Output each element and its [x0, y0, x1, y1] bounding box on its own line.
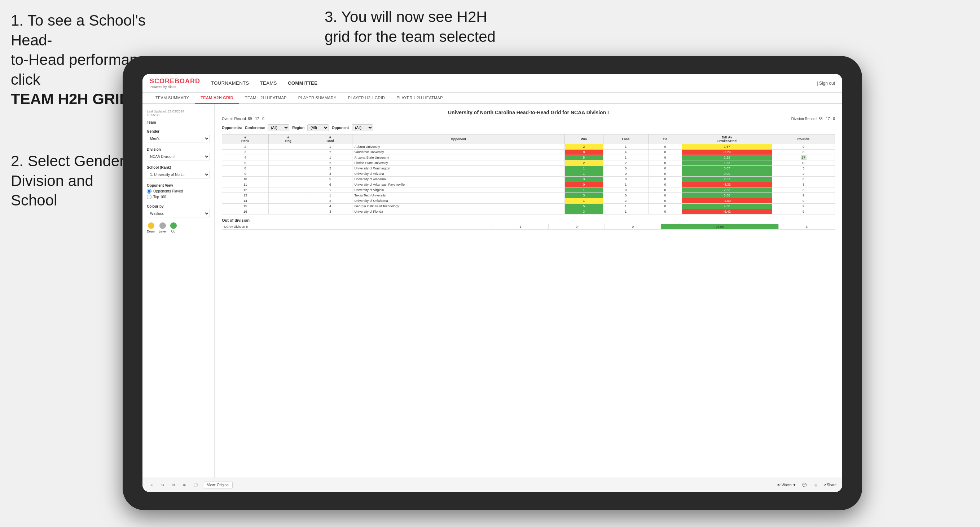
- cell-diff: 2.33: [682, 187, 772, 193]
- cell-opponent: University of Florida: [352, 209, 565, 214]
- gender-select[interactable]: Men's Women's: [147, 135, 210, 142]
- cell-diff: 5.56: [682, 193, 772, 198]
- sign-out-link[interactable]: | Sign out: [817, 81, 835, 86]
- gender-label: Gender: [147, 129, 210, 133]
- cell-reg: [268, 204, 308, 209]
- opponent-filter-label: Opponent: [332, 126, 349, 130]
- cell-opponent: University of Alabama: [352, 177, 565, 182]
- cell-reg: [268, 155, 308, 160]
- cell-conf: 6: [308, 182, 352, 187]
- out-of-division-label: Out of division: [222, 218, 835, 222]
- share-btn[interactable]: ↗ Share: [823, 483, 837, 487]
- cell-rounds: 3: [772, 182, 835, 187]
- ood-rounds: 3: [779, 224, 835, 230]
- table-row: 10 5 University of Alabama 3 0 0 2.61 8: [222, 177, 835, 182]
- cell-diff: -1.00: [682, 198, 772, 204]
- cell-diff: -4.33: [682, 182, 772, 187]
- comment-btn[interactable]: 💬: [800, 482, 809, 488]
- nav-teams[interactable]: TEAMS: [260, 79, 277, 87]
- cell-rank: 4: [222, 155, 269, 160]
- cell-diff: 1.83: [682, 160, 772, 166]
- region-filter-select[interactable]: (All): [307, 124, 329, 131]
- clock-btn[interactable]: 🕐: [191, 482, 200, 488]
- cell-loss: 0: [603, 193, 648, 198]
- sub-nav-player-h2h-grid[interactable]: PLAYER H2H GRID: [342, 93, 391, 104]
- table-row: 4 1 Arizona State University 5 1 0 2.29 …: [222, 155, 835, 160]
- legend-level: Level: [159, 222, 167, 233]
- cell-diff: 2.61: [682, 177, 772, 182]
- cell-conf: 2: [308, 149, 352, 155]
- cell-tie: 0: [648, 177, 682, 182]
- cell-rank: 2: [222, 144, 269, 149]
- cell-opponent: Vanderbilt University: [352, 149, 565, 155]
- undo-btn[interactable]: ↩: [148, 482, 156, 488]
- cell-conf: 2: [308, 166, 352, 171]
- opponent-filter-select[interactable]: (All): [352, 124, 373, 131]
- filter-row: Opponents: Conference (All) Region (All)…: [222, 124, 835, 131]
- color-legend: Down Level Up: [147, 222, 210, 233]
- cell-rank: 14: [222, 198, 269, 204]
- sub-nav-player-h2h-heatmap[interactable]: PLAYER H2H HEATMAP: [391, 93, 448, 104]
- cell-diff: 3.67: [682, 166, 772, 171]
- school-select[interactable]: 1. University of Nort...: [147, 171, 210, 178]
- cell-rounds: 17: [772, 155, 835, 160]
- cell-loss: 1: [603, 182, 648, 187]
- h2h-table: #Rank #Reg #Conf Opponent Win Loss Tie D…: [222, 134, 835, 214]
- cell-tie: 0: [648, 193, 682, 198]
- cell-opponent: University of Virginia: [352, 187, 565, 193]
- cell-win: 0: [565, 182, 603, 187]
- logo-sub: Powered by clippd: [150, 85, 200, 89]
- records-row: Overall Record: 89 - 17 - 0 Division Rec…: [222, 117, 835, 121]
- table-row: 3 2 Vanderbilt University 0 4 0 -2.29 8: [222, 149, 835, 155]
- table-row: 9 3 University of Arizona 1 0 0 9.00 2: [222, 171, 835, 177]
- cell-win: 5: [565, 204, 603, 209]
- col-reg: #Reg: [268, 135, 308, 144]
- cell-rounds: 9: [772, 204, 835, 209]
- sub-nav-team-h2h-heatmap[interactable]: TEAM H2H HEATMAP: [239, 93, 293, 104]
- copy-btn[interactable]: ⊕: [181, 482, 188, 488]
- cell-rounds: 12: [772, 160, 835, 166]
- col-tie: Tie: [648, 135, 682, 144]
- refresh-btn[interactable]: ↻: [170, 482, 177, 488]
- col-rounds: Rounds: [772, 135, 835, 144]
- cell-tie: 0: [648, 198, 682, 204]
- nav-committee[interactable]: COMMITTEE: [288, 79, 318, 87]
- col-rank: #Rank: [222, 135, 269, 144]
- cell-win: 5: [565, 155, 603, 160]
- cell-rank: 15: [222, 204, 269, 209]
- cell-diff: 2.29: [682, 155, 772, 160]
- table-row: 15 4 Georgia Institute of Technology 5 1…: [222, 204, 835, 209]
- cell-rounds: 2: [772, 171, 835, 177]
- cell-opponent: Florida State University: [352, 160, 565, 166]
- out-of-division-table: NCAA Division II 1 0 0 26.00 3: [222, 224, 835, 230]
- colour-by-select[interactable]: Win/loss: [147, 210, 210, 217]
- cell-rank: 13: [222, 193, 269, 198]
- cell-tie: 0: [648, 160, 682, 166]
- sub-nav-team-h2h-grid[interactable]: TEAM H2H GRID: [195, 93, 239, 104]
- sub-nav-team-summary[interactable]: TEAM SUMMARY: [150, 93, 195, 104]
- legend-down-dot: [148, 222, 154, 229]
- redo-btn[interactable]: ↪: [159, 482, 166, 488]
- cell-diff: -6.42: [682, 209, 772, 214]
- sub-nav-player-summary[interactable]: PLAYER SUMMARY: [293, 93, 342, 104]
- cell-reg: [268, 182, 308, 187]
- cell-win: 0: [565, 149, 603, 155]
- radio-top-100[interactable]: Top 100: [147, 195, 210, 199]
- radio-opponents-played[interactable]: Opponents Played: [147, 189, 210, 194]
- conference-filter-select[interactable]: (All): [267, 124, 289, 131]
- cell-loss: 0: [603, 187, 648, 193]
- ood-diff: 26.00: [661, 224, 778, 230]
- cell-tie: 0: [648, 166, 682, 171]
- view-label[interactable]: View: Original: [204, 482, 233, 489]
- cell-loss: 0: [603, 177, 648, 182]
- division-select[interactable]: NCAA Division I NCAA Division II NCAA Di…: [147, 153, 210, 160]
- cell-loss: 1: [603, 144, 648, 149]
- cell-conf: 1: [308, 193, 352, 198]
- logo-area: SCOREBOARD Powered by clippd: [150, 78, 200, 89]
- watch-btn[interactable]: 👁 Watch ▼: [777, 483, 796, 487]
- region-filter-label: Region: [292, 126, 304, 130]
- nav-tournaments[interactable]: TOURNAMENTS: [211, 79, 249, 87]
- toolbar-bottom: ↩ ↪ ↻ ⊕ 🕐 View: Original 👁 Watch ▼ 💬 ⊞ ↗…: [143, 478, 842, 492]
- present-btn[interactable]: ⊞: [812, 482, 819, 488]
- cell-tie: 0: [648, 204, 682, 209]
